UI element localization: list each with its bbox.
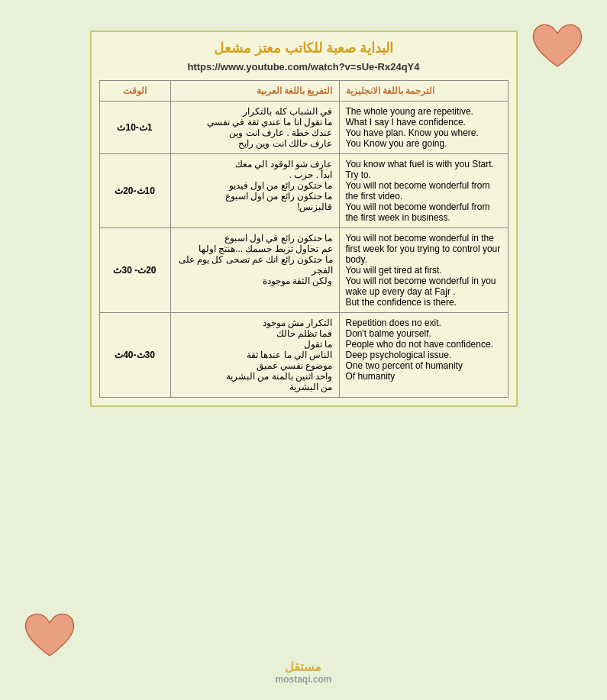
cell-arabic-3: التكرار مش موجود فما تظلم حالك ما تقول ا… [170,313,339,398]
header-english: الترجمة باللغة الانجليزية [339,81,508,102]
cell-time-0: 1ث-10ث [99,102,170,154]
cell-time-2: 20ث- 30ث [99,228,170,313]
cell-english-2: You will not become wonderful in the fir… [339,228,508,313]
watermark: مستقل mostaqi.com [275,660,331,685]
cell-time-3: 30ث-40ث [99,313,170,398]
heart-decoration-top-right [531,23,584,73]
cell-english-1: You know what fuel is with you Start. Tr… [339,154,508,228]
table-row: 30ث-40ثالتكرار مش موجود فما تظلم حالك ما… [99,313,508,398]
table-row: 10ث-20ثعارف شو الوقود الي معك ابدأ . حرب… [99,154,508,228]
content-table: الوقت التفريغ باللغة العربية الترجمة بال… [99,80,509,398]
table-row: 20ث- 30ثما حتكون رائع في اول اسبوع عم تح… [99,228,508,313]
cell-arabic-0: في الشباب كله بالتكرار ما تقول انا ما عن… [170,102,339,154]
page: البداية صعبة للكاتب معتز مشعل https://ww… [0,0,607,700]
table-row: 1ث-10ثفي الشباب كله بالتكرار ما تقول انا… [99,102,508,154]
header-time: الوقت [99,81,170,102]
watermark-sub: mostaqi.com [275,674,331,685]
main-card: البداية صعبة للكاتب معتز مشعل https://ww… [90,31,518,407]
cell-time-1: 10ث-20ث [99,154,170,228]
cell-english-0: The whole young are repetitive. What I s… [339,102,508,154]
heart-decoration-bottom-left [23,612,76,662]
header-arabic: التفريغ باللغة العربية [170,81,339,102]
cell-arabic-1: عارف شو الوقود الي معك ابدأ . حرب . ما ح… [170,154,339,228]
cell-arabic-2: ما حتكون رائع في اول اسبوع عم تحاول تزبط… [170,228,339,313]
card-title: البداية صعبة للكاتب معتز مشعل [99,40,509,56]
cell-english-3: Repetition does no exit. Don't balme you… [339,313,508,398]
watermark-text: مستقل [275,660,331,674]
card-url: https://www.youtube.com/watch?v=sUe-Rx24… [99,61,509,73]
